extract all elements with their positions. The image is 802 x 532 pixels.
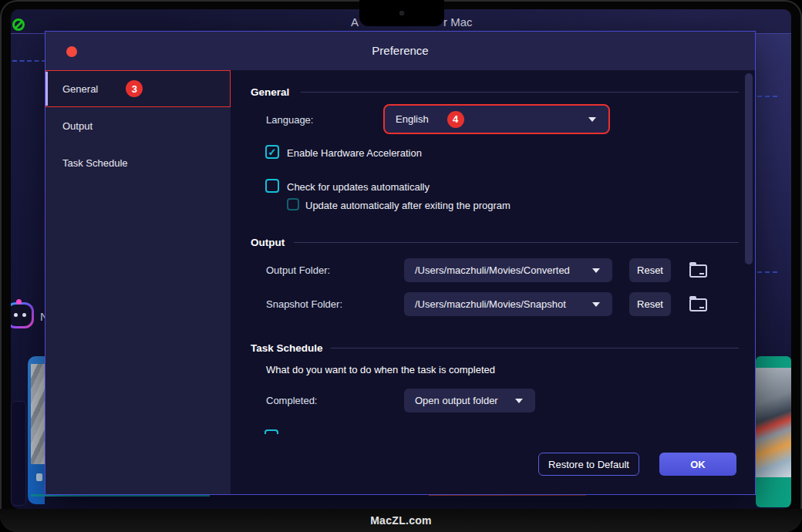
output-folder-label: Output Folder: — [266, 264, 330, 276]
camera-notch — [359, 0, 444, 26]
snapshot-folder-dropdown[interactable]: /Users/maczhuli/Movies/Snapshot — [404, 292, 612, 316]
chevron-down-icon — [592, 302, 600, 307]
completed-dropdown[interactable]: Open output folder — [404, 389, 535, 412]
robot-face — [11, 305, 32, 326]
robot-antenna — [16, 299, 22, 305]
hardware-acceleration-checkbox[interactable]: ✓ — [265, 145, 279, 159]
snapshot-folder-browse-button[interactable] — [689, 292, 709, 316]
preference-dialog: Preference General 3 Output Task Schedul… — [45, 31, 756, 495]
bottom-bezel: MacZL.com — [0, 509, 802, 532]
camera-icon — [399, 11, 404, 15]
sidebar-item-label: Task Schedule — [62, 157, 128, 169]
assistant-robot-icon — [11, 302, 34, 328]
background-video-card — [11, 401, 26, 506]
output-folder-value: /Users/maczhuli/Movies/Converted — [415, 264, 570, 276]
output-folder-dropdown[interactable]: /Users/maczhuli/Movies/Converted — [404, 258, 612, 282]
language-value: English — [396, 113, 429, 125]
dropzone-dashed-border — [757, 96, 777, 97]
dropzone-dashed-border — [757, 271, 777, 273]
language-dropdown[interactable]: English 4 — [385, 106, 608, 133]
checkmark-icon: ✓ — [268, 147, 277, 157]
app-title-fragment-right: r Mac — [443, 15, 473, 29]
video-thumbnail — [756, 368, 791, 477]
ok-button[interactable]: OK — [659, 453, 736, 476]
task-schedule-description: What do you want to do when the task is … — [266, 364, 495, 375]
video-thumbnail — [31, 364, 45, 464]
dialog-header: Preference — [45, 32, 755, 70]
preference-sidebar: General 3 Output Task Schedule — [45, 70, 231, 494]
check-updates-label: Check for updates automatically — [287, 181, 430, 193]
section-divider — [294, 242, 739, 243]
completed-value: Open output folder — [415, 395, 498, 406]
auto-update-checkbox[interactable] — [287, 198, 299, 210]
sidebar-item-label: General — [62, 83, 98, 95]
section-divider — [331, 348, 739, 348]
macbook-frame: A r Mac N Preference — [0, 0, 802, 532]
snapshot-folder-reset-button[interactable]: Reset — [629, 292, 671, 316]
section-title-general: General — [251, 86, 289, 98]
chevron-down-icon — [592, 268, 600, 273]
dropzone-dashed-border — [12, 60, 46, 62]
annotation-badge-4: 4 — [447, 111, 464, 128]
background-video-card — [28, 356, 45, 504]
language-label: Language: — [266, 114, 313, 126]
snapshot-folder-value: /Users/maczhuli/Movies/Snapshot — [415, 298, 566, 310]
completed-label: Completed: — [266, 395, 317, 406]
app-screen: A r Mac N Preference — [11, 9, 791, 509]
snapshot-folder-label: Snapshot Folder: — [266, 298, 342, 310]
section-title-task-schedule: Task Schedule — [251, 342, 323, 354]
dialog-title: Preference — [45, 32, 755, 70]
video-card-icon — [36, 473, 42, 481]
folder-icon — [689, 298, 707, 311]
app-title-fragment-left: A — [351, 15, 359, 29]
check-updates-checkbox[interactable] — [265, 179, 279, 193]
watermark-text: MacZL.com — [370, 514, 432, 527]
output-folder-reset-button[interactable]: Reset — [629, 258, 671, 282]
restore-default-button[interactable]: Restore to Default — [538, 453, 639, 476]
hardware-acceleration-label: Enable Hardware Acceleration — [287, 147, 422, 159]
preference-content: General Language: English 4 ✓ Enable Har… — [231, 70, 755, 494]
background-video-card — [756, 356, 791, 507]
chevron-down-icon — [515, 399, 523, 403]
folder-icon — [689, 264, 707, 278]
output-folder-browse-button[interactable] — [689, 258, 709, 282]
annotation-badge-3: 3 — [126, 80, 143, 97]
sidebar-item-general[interactable]: General 3 — [45, 70, 231, 107]
chevron-down-icon — [588, 117, 596, 122]
auto-update-label: Update automatically after exiting the p… — [305, 200, 511, 211]
section-title-output: Output — [251, 237, 285, 248]
scrollbar-thumb[interactable] — [745, 73, 753, 264]
status-green-icon — [12, 19, 25, 31]
section-divider — [301, 92, 739, 93]
clipped-checkbox[interactable] — [265, 429, 278, 434]
sidebar-item-label: Output — [62, 120, 93, 132]
sidebar-item-task-schedule[interactable]: Task Schedule — [45, 144, 231, 181]
sidebar-item-output[interactable]: Output — [45, 107, 231, 144]
